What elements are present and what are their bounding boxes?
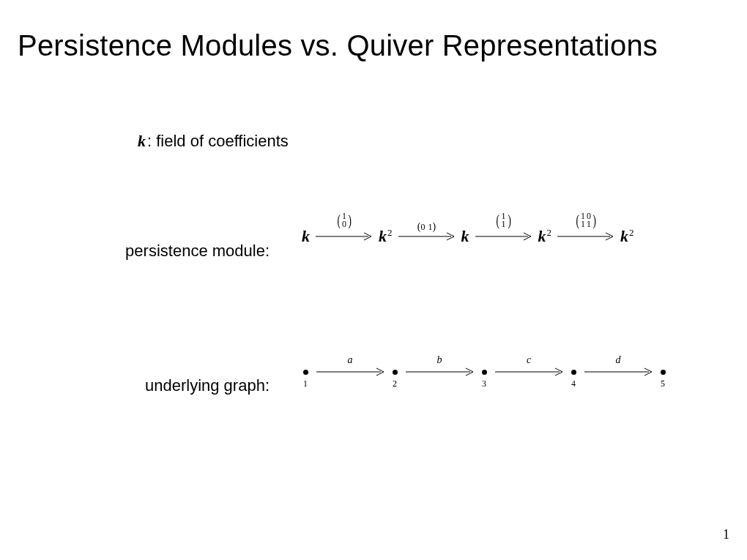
field-symbol: k [138,132,146,150]
dot-icon [393,370,398,375]
arrow-icon [474,231,534,242]
graph-edge-4: d [581,367,655,376]
graph-node-4: 4 [570,370,577,375]
arrow-icon [581,367,655,376]
pm-arrow-2: ( 01 ) [397,231,457,242]
graph-node-5: 5 [659,370,666,375]
pm-arrow-3: ( 11 ) [474,231,534,242]
pm-arrow-1: ( 10 ) [314,231,374,242]
pm-object-2: k2 [379,227,393,246]
graph-edge-1: a [313,367,387,376]
graph-edge-3: c [492,367,565,376]
pm-map-1: ( 10 ) [336,212,353,228]
pm-object-3: k [461,227,469,246]
graph-node-3: 3 [480,370,488,375]
arrow-icon [403,367,476,376]
graph-node-1: 1 [302,370,309,375]
arrow-icon [397,231,457,242]
dot-icon [571,370,576,375]
pm-map-2: ( 01 ) [417,223,436,231]
arrow-icon [313,367,387,376]
page-number: 1 [723,527,729,542]
graph-edge-2: b [403,367,476,376]
dot-icon [482,370,487,375]
slide-title: Persistence Modules vs. Quiver Represent… [18,29,658,62]
underlying-graph-label: underlying graph: [117,376,270,395]
arrow-icon [556,231,616,242]
dot-icon [303,370,308,375]
graph-node-2: 2 [391,370,398,375]
persistence-module-label: persistence module: [94,242,270,261]
underlying-graph-diagram: 1 a 2 b 3 c 4 d 5 [302,367,666,376]
pm-map-4: ( 11 01 ) [575,212,598,228]
pm-map-3: ( 11 ) [495,212,512,228]
persistence-module-diagram: k ( 10 ) k2 ( 01 ) k ( 11 ) [302,227,634,246]
pm-object-4: k2 [538,227,552,246]
arrow-icon [492,367,565,376]
dot-icon [661,370,666,375]
pm-object-1: k [302,227,310,246]
field-definition: k: field of coefficients [138,132,289,151]
pm-arrow-4: ( 11 01 ) [556,231,616,242]
arrow-icon [314,231,374,242]
field-text: : field of coefficients [147,132,289,150]
pm-object-5: k2 [620,227,634,246]
